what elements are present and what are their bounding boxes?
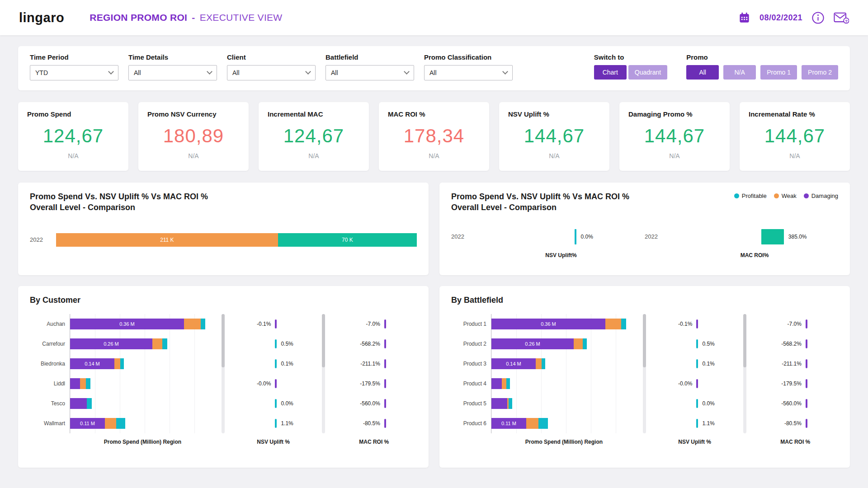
kpi-label: Damaging Promo % — [628, 110, 721, 118]
kpi-label: Promo Spend — [27, 110, 119, 118]
stacked-bar[interactable]: 0.11 M — [491, 418, 637, 429]
metric-plot: 385.0% — [671, 229, 838, 245]
legend-dot-weak — [774, 193, 779, 198]
dashboard-body: Time PeriodYTDTime DetailsAllClientAllBa… — [0, 35, 868, 468]
calendar-icon[interactable] — [738, 12, 750, 24]
scrollbar-thumb[interactable] — [322, 314, 325, 367]
category-label: Biedronka — [30, 361, 70, 367]
category-label: Tesco — [30, 400, 70, 407]
tick-value-left: -7.0% — [752, 321, 806, 327]
kpi-label: NSV Uplift % — [508, 110, 600, 118]
promo-option-promo-1[interactable]: Promo 1 — [760, 65, 797, 80]
comparison-stacked-title: Promo Spend Vs. NSV Uplift % Vs MAC ROI … — [30, 192, 417, 213]
kpi-row: Promo Spend124,67N/APromo NSV Currency18… — [18, 102, 850, 171]
spend-segment: 0.14 M — [491, 358, 536, 369]
tick-row: 0.5% — [231, 334, 316, 354]
chevron-down-icon — [502, 69, 508, 75]
stacked-bar[interactable]: 0.26 M — [70, 338, 216, 349]
select-value: All — [134, 69, 141, 76]
stacked-bar[interactable]: 0.26 M — [491, 338, 637, 349]
scrollbar-thumb[interactable] — [643, 314, 646, 367]
promo-option-promo-2[interactable]: Promo 2 — [802, 65, 838, 80]
stacked-bar[interactable] — [70, 378, 216, 389]
axis-title: NSV Uplift % — [231, 433, 316, 450]
chevron-down-icon — [404, 69, 410, 75]
comparison-stacked-card: Promo Spend Vs. NSV Uplift % Vs MAC ROI … — [18, 183, 429, 275]
tick-value-left: -211.1% — [752, 361, 806, 367]
x-axis-row: Promo Spend (Million) Region — [30, 433, 216, 450]
tick-negative — [384, 379, 386, 388]
tick-row: 1.1% — [231, 413, 316, 433]
tick-value-right: 0.1% — [277, 361, 316, 367]
kpi-card-incremental-mac: Incremental MAC124,67N/A — [259, 102, 369, 171]
kpi-subvalue: N/A — [508, 152, 600, 160]
stacked-bar[interactable] — [70, 398, 216, 409]
stacked-bar[interactable] — [491, 378, 637, 389]
tick-row: -80.5% — [752, 413, 838, 433]
tick-row: 0.0% — [652, 394, 738, 413]
page-title-sub: EXECUTIVE VIEW — [200, 12, 283, 23]
scrollbar-thumb[interactable] — [222, 314, 225, 367]
tick-row: -560.0% — [331, 394, 417, 413]
filter-select-time-period[interactable]: YTD — [30, 65, 118, 80]
promo-label: Promo — [686, 53, 838, 61]
bar-track — [491, 374, 637, 394]
kpi-label: MAC ROI % — [388, 110, 480, 118]
header-actions: 08/02/2021 ? — [738, 11, 849, 24]
switch-to-option-chart[interactable]: Chart — [594, 65, 627, 80]
metric-value-label: 385.0% — [788, 234, 807, 240]
legend-label: Profitable — [742, 192, 767, 199]
filter-items: Time PeriodYTDTime DetailsAllClientAllBa… — [30, 53, 513, 80]
kpi-value: 144,67 — [749, 125, 841, 147]
filter-client: ClientAll — [227, 53, 316, 80]
scrollbar[interactable] — [743, 314, 746, 433]
bar-track — [70, 394, 216, 413]
stacked-bar[interactable]: 0.11 M — [70, 418, 216, 429]
scrollbar[interactable] — [643, 314, 646, 433]
stacked-bar[interactable] — [491, 398, 637, 409]
switch-to-label: Switch to — [594, 53, 667, 61]
app-header: lingaro REGION PROMO ROI - EXECUTIVE VIE… — [0, 0, 868, 35]
profitable-segment — [542, 358, 545, 369]
filter-select-promo-classification[interactable]: All — [424, 65, 513, 80]
category-label: Product 1 — [451, 321, 491, 327]
filter-select-time-details[interactable]: All — [128, 65, 217, 80]
tick-row: -568.2% — [752, 334, 838, 354]
scrollbar[interactable] — [322, 314, 325, 433]
weak-segment — [114, 358, 120, 369]
kpi-value: 144,67 — [628, 125, 721, 147]
kpi-subvalue: N/A — [628, 152, 721, 160]
metric-panel-nsv-uplift: 20220.0%NSV Uplift% — [451, 229, 645, 258]
promo-option-n-a[interactable]: N/A — [723, 65, 756, 80]
axis-title: MAC ROI% — [645, 252, 838, 258]
info-icon[interactable] — [811, 11, 825, 24]
category-label: Product 4 — [451, 380, 491, 387]
tick-value-left: -7.0% — [331, 321, 384, 327]
scrollbar[interactable] — [222, 314, 225, 433]
kpi-card-damaging-promo: Damaging Promo %144,67N/A — [619, 102, 730, 171]
scrollbar-thumb[interactable] — [743, 314, 746, 367]
filter-select-client[interactable]: All — [227, 65, 316, 80]
title-line-1: Promo Spend Vs. NSV Uplift % Vs MAC ROI … — [30, 192, 417, 202]
stacked-bar[interactable]: 0.36 M — [70, 319, 216, 329]
filter-select-battlefield[interactable]: All — [326, 65, 414, 80]
promo-option-all[interactable]: All — [686, 65, 719, 80]
kpi-label: Incremenatal Rate % — [749, 110, 841, 118]
tick-negative — [384, 319, 386, 328]
tick-row: -7.0% — [331, 314, 417, 334]
bar-track: 0.11 M — [70, 413, 216, 433]
legend-dot-damaging — [804, 193, 809, 198]
stacked-bar[interactable]: 0.36 M — [491, 319, 637, 329]
bar-row: Wallmart0.11 M — [30, 413, 216, 433]
stacked-bar[interactable]: 0.14 M — [491, 358, 637, 369]
stacked-bar[interactable]: 0.14 M — [70, 358, 216, 369]
tick-value-left: -80.5% — [752, 420, 806, 427]
weak-segment — [152, 338, 162, 349]
kpi-label: Promo NSV Currency — [147, 110, 240, 118]
filter-label: Time Period — [30, 53, 118, 61]
mail-help-icon[interactable]: ? — [834, 11, 849, 24]
tick-value-right: 1.1% — [698, 420, 737, 427]
switch-to-option-quadrant[interactable]: Quadrant — [628, 65, 667, 80]
by-customer-chart: Auchan0.36 MCarrefour0.26 MBiedronka0.14… — [30, 314, 417, 450]
category-label: Product 3 — [451, 361, 491, 367]
